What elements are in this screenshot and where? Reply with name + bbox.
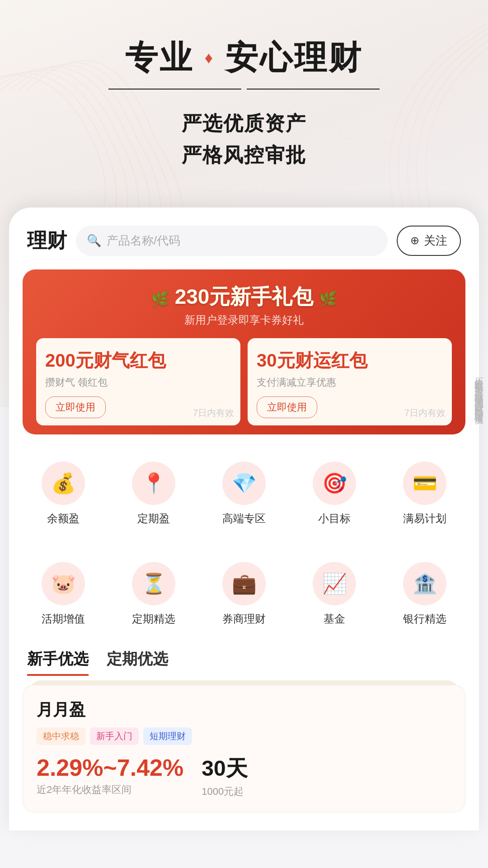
app-header: 理财 🔍 产品名称/代码 ⊕ 关注 xyxy=(9,208,479,265)
icon-item-row1-2[interactable]: 💎 高端专区 xyxy=(199,453,289,535)
card1-desc: 攒财气 领红包 xyxy=(45,376,231,389)
product-rate: 2.29%~7.42% xyxy=(37,754,183,781)
banner-card-2: 30元财运红包 支付满减立享优惠 立即使用 7日内有效 xyxy=(248,338,452,425)
divider-line-left xyxy=(108,89,241,90)
icon-circle-row1-2: 💎 xyxy=(222,462,266,505)
icon-item-row1-1[interactable]: 📍 定期盈 xyxy=(108,453,199,535)
icon-circle-row1-0: 💰 xyxy=(42,462,85,505)
search-icon: 🔍 xyxy=(87,234,101,248)
icon-item-row2-1[interactable]: ⏳ 定期精选 xyxy=(108,553,199,635)
icon-circle-row2-1: ⏳ xyxy=(132,562,175,605)
hero-subtitle: 严选优质资产 严格风控审批 xyxy=(27,108,461,171)
banner-title: 🌿 230元新手礼包 🌿 xyxy=(36,283,452,311)
product-name: 月月盈 xyxy=(37,699,451,721)
icon-circle-row2-3: 📈 xyxy=(313,562,356,605)
icon-label-row2-2: 券商理财 xyxy=(222,612,266,626)
hero-title: 专业 ♦ 安心理财 xyxy=(27,36,461,80)
icon-label-row2-4: 银行精选 xyxy=(403,612,446,626)
icon-circle-row2-4: 🏦 xyxy=(403,562,446,605)
divider-line-right xyxy=(247,89,380,90)
product-rate-row: 2.29%~7.42% 近2年年化收益率区间 30天 1000元起 xyxy=(37,754,451,798)
icon-circle-row2-0: 🐷 xyxy=(42,562,85,605)
hero-divider xyxy=(108,89,380,90)
icon-item-row2-2[interactable]: 💼 券商理财 xyxy=(199,553,289,635)
icon-item-row2-4[interactable]: 🏦 银行精选 xyxy=(380,553,470,635)
product-days-col: 30天 1000元起 xyxy=(202,754,247,798)
icon-circle-row1-3: 🎯 xyxy=(313,462,356,505)
banner-cards: 200元财气红包 攒财气 领红包 立即使用 7日内有效 30元财运红包 支付满减… xyxy=(36,338,452,425)
icon-label-row2-1: 定期精选 xyxy=(132,612,175,626)
subtitle-line1: 严选优质资产 xyxy=(27,108,461,139)
right-sidebar: 历史收益数据仅供参考 过往业绩不预示未来表现 理财有风险 投资需谨慎 xyxy=(470,362,488,418)
card2-validity: 7日内有效 xyxy=(404,407,446,419)
follow-button[interactable]: ⊕ 关注 xyxy=(397,226,461,256)
icon-label-row1-2: 高端专区 xyxy=(222,511,266,526)
card1-title: 200元财气红包 xyxy=(45,348,231,373)
icon-item-row2-0[interactable]: 🐷 活期增值 xyxy=(18,553,108,635)
icon-grid-row2: 🐷 活期增值 ⏳ 定期精选 💼 券商理财 📈 基金 🏦 银行精选 xyxy=(9,539,479,640)
icon-item-row1-4[interactable]: 💳 满易计划 xyxy=(380,453,470,535)
icon-label-row2-0: 活期增值 xyxy=(42,612,85,626)
card2-title: 30元财运红包 xyxy=(257,348,443,373)
product-tag-0: 稳中求稳 xyxy=(37,727,85,745)
leaf-right-icon: 🌿 xyxy=(319,291,337,307)
banner: 🌿 230元新手礼包 🌿 新用户登录即享卡券好礼 200元财气红包 攒财气 领红… xyxy=(23,269,465,434)
icon-label-row1-0: 余额盈 xyxy=(47,511,80,526)
search-bar[interactable]: 🔍 产品名称/代码 xyxy=(76,226,388,256)
banner-subtitle: 新用户登录即享卡券好礼 xyxy=(36,313,452,327)
product-tags: 稳中求稳新手入门短期理财 xyxy=(37,727,451,745)
tab-1[interactable]: 定期优选 xyxy=(107,649,168,676)
icon-label-row1-3: 小目标 xyxy=(318,511,351,526)
leaf-left-icon: 🌿 xyxy=(151,291,169,307)
banner-card-1: 200元财气红包 攒财气 领红包 立即使用 7日内有效 xyxy=(36,338,240,425)
product-card[interactable]: 月月盈 稳中求稳新手入门短期理财 2.29%~7.42% 近2年年化收益率区间 … xyxy=(23,685,465,812)
product-rate-label: 近2年年化收益率区间 xyxy=(37,783,183,797)
hero-title-left: 专业 xyxy=(125,36,194,80)
product-days: 30天 xyxy=(202,754,247,783)
icon-label-row1-4: 满易计划 xyxy=(403,511,446,526)
icon-circle-row2-2: 💼 xyxy=(222,562,266,605)
follow-icon: ⊕ xyxy=(410,234,419,247)
icon-item-row2-3[interactable]: 📈 基金 xyxy=(289,553,380,635)
icon-item-row1-0[interactable]: 💰 余额盈 xyxy=(18,453,108,535)
card2-desc: 支付满减立享优惠 xyxy=(257,376,443,389)
card2-use-button[interactable]: 立即使用 xyxy=(257,396,317,418)
page-content: 专业 ♦ 安心理财 严选优质资产 严格风控审批 理财 🔍 产品名称/代码 ⊕ 关… xyxy=(0,0,488,830)
product-tag-2: 短期理财 xyxy=(143,727,192,745)
icon-item-row1-3[interactable]: 🎯 小目标 xyxy=(289,453,380,535)
follow-label: 关注 xyxy=(424,233,447,249)
diamond-icon: ♦ xyxy=(205,48,215,67)
icon-grid-row1: 💰 余额盈 📍 定期盈 💎 高端专区 🎯 小目标 💳 满易计划 xyxy=(9,439,479,539)
card1-validity: 7日内有效 xyxy=(193,407,234,419)
sidebar-disclaimer: 历史收益数据仅供参考 过往业绩不预示未来表现 理财有风险 投资需谨慎 xyxy=(472,371,486,409)
icon-circle-row1-4: 💳 xyxy=(403,462,446,505)
product-tag-1: 新手入门 xyxy=(90,727,139,745)
hero-title-right: 安心理财 xyxy=(225,36,363,80)
product-rate-col: 2.29%~7.42% 近2年年化收益率区间 xyxy=(37,754,183,797)
card1-use-button[interactable]: 立即使用 xyxy=(45,396,106,418)
icon-label-row1-1: 定期盈 xyxy=(137,511,170,526)
app-title: 理财 xyxy=(27,227,67,254)
tabs-section: 新手优选定期优选 xyxy=(9,640,479,676)
product-days-label: 1000元起 xyxy=(202,785,247,798)
subtitle-line2: 严格风控审批 xyxy=(27,139,461,171)
tab-0[interactable]: 新手优选 xyxy=(27,649,89,676)
hero-section: 专业 ♦ 安心理财 严选优质资产 严格风控审批 xyxy=(0,0,488,189)
app-mockup: 理财 🔍 产品名称/代码 ⊕ 关注 🌿 230元新手礼包 🌿 新用户登录即享卡券… xyxy=(9,208,479,830)
search-placeholder: 产品名称/代码 xyxy=(107,233,180,249)
icon-circle-row1-1: 📍 xyxy=(132,462,175,505)
icon-label-row2-3: 基金 xyxy=(324,612,345,626)
